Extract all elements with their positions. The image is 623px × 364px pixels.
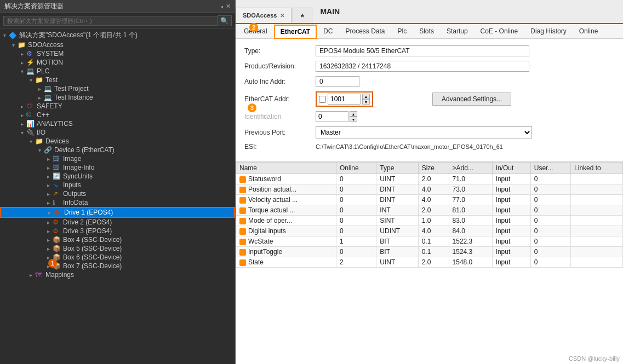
content-tab-process-data[interactable]: Process Data xyxy=(340,25,391,39)
product-input[interactable] xyxy=(316,61,529,72)
table-row[interactable]: InputToggle0BIT0.11524.3Input0 xyxy=(236,247,623,257)
tree-item-safety[interactable]: ▸🛡SAFETY xyxy=(0,102,235,111)
tree-item-sdoaccess[interactable]: ▾📁SDOAccess xyxy=(0,41,235,49)
expand-icon-syncunits[interactable]: ▸ xyxy=(44,174,53,180)
tree-item-device5[interactable]: ▾🔗Device 5 (EtherCAT) xyxy=(0,146,235,154)
expand-icon-outputs[interactable]: ▸ xyxy=(44,191,53,197)
content-tab-slots[interactable]: Slots xyxy=(413,25,440,39)
expand-icon-system[interactable]: ▸ xyxy=(18,51,26,57)
table-row[interactable]: Mode of oper...0SINT1.083.0Input0 xyxy=(236,216,623,226)
content-tab-coe---online[interactable]: CoE - Online xyxy=(475,25,524,39)
expand-icon-devices[interactable]: ▾ xyxy=(26,138,35,145)
expand-icon-box4[interactable]: ▸ xyxy=(44,237,53,243)
expand-icon-device5[interactable]: ▾ xyxy=(35,147,44,153)
file-tab-close[interactable]: ✕ xyxy=(280,13,284,19)
tree-item-cpp[interactable]: ▸©C++ xyxy=(0,111,235,119)
expand-icon-mappings[interactable]: ▸ xyxy=(26,272,35,278)
content-tab-dc[interactable]: DC xyxy=(317,25,339,39)
tree-item-motion[interactable]: ▸⚡MOTION xyxy=(0,58,235,67)
content-tab-online[interactable]: Online xyxy=(573,25,604,39)
tree-item-io[interactable]: ▾🔌I/O xyxy=(0,128,235,137)
id-increment-button[interactable]: ▲ xyxy=(350,111,357,117)
expand-icon-box5[interactable]: ▸ xyxy=(44,246,53,252)
file-tab-sdoaccess[interactable]: SDOAccess ✕ xyxy=(236,8,292,23)
tree-item-analytics[interactable]: ▸📊ANALYTICS xyxy=(0,119,235,128)
pin-icon[interactable]: ▪ xyxy=(221,3,224,10)
tree-item-drive1[interactable]: ▸⚙Drive 1 (EPOS4) xyxy=(0,207,235,218)
tree-item-solution[interactable]: ▾🔷解决方案"SDOAccess"(1 个项目/共 1 个) xyxy=(0,30,235,41)
content-tab-ethercat[interactable]: EtherCAT xyxy=(274,25,317,39)
right-panel: SDOAccess ✕ ★ MAIN GeneralEtherCATDCProc… xyxy=(236,0,623,364)
previous-port-select[interactable]: Master xyxy=(316,126,532,138)
expand-icon-drive1[interactable]: ▸ xyxy=(45,210,54,216)
tree-item-box5[interactable]: ▸📦Box 5 (SSC-Device) xyxy=(0,244,235,253)
expand-icon-imageinfo[interactable]: ▸ xyxy=(44,165,53,171)
tree-item-box7[interactable]: ▸📦Box 7 (SSC-Device) xyxy=(0,262,235,270)
table-row[interactable]: State2UINT2.01548.0Input0 xyxy=(236,257,623,268)
tree-item-drive2[interactable]: ▸⚙Drive 2 (EPOS4) xyxy=(0,218,235,227)
search-input[interactable] xyxy=(3,16,218,26)
expand-icon-testproject[interactable]: ▸ xyxy=(35,86,44,92)
tree-item-infodata[interactable]: ▸ℹInfoData xyxy=(0,198,235,207)
tree-item-test[interactable]: ▾📁Test xyxy=(0,76,235,84)
file-tab-star[interactable]: ★ xyxy=(293,8,312,23)
search-button[interactable]: 🔍 xyxy=(218,15,232,26)
tree-item-inputs[interactable]: ▸↘Inputs xyxy=(0,181,235,189)
expand-icon-solution[interactable]: ▾ xyxy=(0,32,9,38)
identification-label: Identification xyxy=(244,113,316,120)
close-icon[interactable]: ✕ xyxy=(226,3,231,10)
row-icon-1 xyxy=(239,187,246,193)
id-decrement-button[interactable]: ▼ xyxy=(350,117,357,122)
tree-item-testproject[interactable]: ▸💻Test Project xyxy=(0,84,235,93)
tree-item-drive3[interactable]: ▸⚙Drive 3 (EPOS4) xyxy=(0,227,235,235)
expand-icon-drive3[interactable]: ▸ xyxy=(44,228,53,234)
table-row[interactable]: Statusword0UINT2.071.0Input0 xyxy=(236,174,623,184)
tree-item-testinstance[interactable]: ▸💻Test Instance xyxy=(0,93,235,102)
ethercat-addr-checkbox[interactable] xyxy=(319,96,326,103)
type-input[interactable] xyxy=(316,45,529,56)
tree-item-imageinfo[interactable]: ▸🖼Image-Info xyxy=(0,163,235,172)
tree-item-syncunits[interactable]: ▸🔄SyncUnits xyxy=(0,172,235,181)
tree-item-mappings[interactable]: ▸🗺Mappings xyxy=(0,270,235,279)
expand-icon-drive2[interactable]: ▸ xyxy=(44,219,53,226)
table-row[interactable]: Torque actual ...0INT2.081.0Input0 xyxy=(236,205,623,216)
tree-item-box6[interactable]: ▸📦Box 6 (SSC-Device) xyxy=(0,253,235,262)
addr-increment-button[interactable]: ▲ xyxy=(362,94,370,99)
type-row: Type: xyxy=(244,45,614,56)
table-row[interactable]: Digital inputs0UDINT4.084.0Input0 xyxy=(236,226,623,236)
table-row[interactable]: Position actual...0DINT4.073.0Input0 xyxy=(236,184,623,195)
expand-icon-inputs[interactable]: ▸ xyxy=(44,182,53,188)
tree-label-analytics: ANALYTICS xyxy=(37,120,235,128)
content-tab-startup[interactable]: Startup xyxy=(441,25,474,39)
advanced-settings-button[interactable]: Advanced Settings... xyxy=(432,93,511,106)
identification-input[interactable] xyxy=(316,111,348,122)
content-tab-plc[interactable]: Plc xyxy=(392,25,413,39)
ethercat-addr-input[interactable] xyxy=(328,94,361,105)
expand-icon-analytics[interactable]: ▸ xyxy=(18,121,26,127)
expand-icon-sdoaccess[interactable]: ▾ xyxy=(9,42,18,48)
tree-item-plc[interactable]: ▾💻PLC xyxy=(0,67,235,76)
expand-icon-safety[interactable]: ▸ xyxy=(18,103,26,109)
cell-inout-3: Input xyxy=(492,205,530,216)
tree-label-testproject: Test Project xyxy=(54,85,235,93)
expand-icon-plc[interactable]: ▾ xyxy=(18,68,26,74)
table-row[interactable]: WcState1BIT0.11522.3Input0 xyxy=(236,236,623,247)
addr-decrement-button[interactable]: ▼ xyxy=(362,99,370,105)
cell-online-8: 2 xyxy=(336,257,376,268)
ethercat-addr-box: ▲ ▼ xyxy=(316,91,373,107)
content-tab-diag-history[interactable]: Diag History xyxy=(524,25,572,39)
table-row[interactable]: Velocity actual ...0DINT4.077.0Input0 xyxy=(236,195,623,205)
expand-icon-infodata[interactable]: ▸ xyxy=(44,200,53,206)
expand-icon-image[interactable]: ▸ xyxy=(44,156,53,162)
expand-icon-io[interactable]: ▾ xyxy=(18,130,26,136)
tree-item-devices[interactable]: ▾📁Devices xyxy=(0,137,235,146)
tree-item-outputs[interactable]: ▸↗Outputs xyxy=(0,189,235,198)
expand-icon-test[interactable]: ▾ xyxy=(26,77,35,83)
tree-item-system[interactable]: ▸⚙SYSTEM xyxy=(0,49,235,58)
expand-icon-cpp[interactable]: ▸ xyxy=(18,112,26,118)
tree-item-image[interactable]: ▸🖼Image xyxy=(0,154,235,163)
tree-item-box4[interactable]: ▸📦Box 4 (SSC-Device) xyxy=(0,235,235,244)
expand-icon-motion[interactable]: ▸ xyxy=(18,60,26,66)
autoinc-input[interactable] xyxy=(316,76,359,87)
expand-icon-testinstance[interactable]: ▸ xyxy=(35,95,44,101)
